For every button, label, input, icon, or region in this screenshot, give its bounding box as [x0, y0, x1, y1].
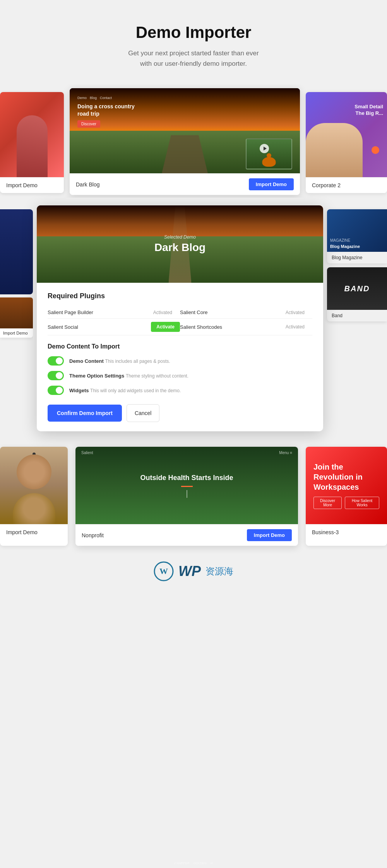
plugin-status-2: Activated — [286, 310, 305, 315]
activate-btn[interactable]: Activate — [151, 322, 180, 332]
discover-btn[interactable]: Discover More — [313, 497, 342, 509]
wp-brand-text: WP — [178, 563, 201, 579]
band-footer: Band — [327, 310, 387, 321]
toggle-label-3: Widgets This will only add widgets used … — [69, 388, 181, 393]
plugin-name-3: Salient Social — [48, 324, 151, 330]
monkey-face — [17, 455, 51, 489]
demo-dark-blog-card: Demo Blog Contact Doing a cross countryr… — [70, 88, 300, 195]
demo-row-1: Import Demo Demo — [0, 84, 387, 198]
dark-blog-label: Dark Blog — [76, 181, 99, 188]
blog-mag-card: MAGAZINE Blog Magazine Blog Magazine — [327, 209, 387, 263]
blog-read-btn[interactable]: Discover — [77, 120, 100, 128]
plugin-name-4: Salient Shortcodes — [180, 324, 286, 330]
toggle-row-2: Theme Option Settings Theme styling with… — [48, 371, 312, 380]
plugin-status-1: Activated — [153, 310, 172, 315]
blog-mag-label-text: Blog Magazine — [330, 244, 384, 249]
demo-label: Import Demo — [6, 182, 38, 188]
business-footer: Business-3 — [306, 524, 387, 540]
modal-card: Selected Demo Dark Blog Required Plugins… — [37, 205, 323, 431]
monkey-body — [13, 493, 55, 524]
plugin-row-4: Salient Shortcodes Activated — [180, 319, 312, 335]
business-label: Business-3 — [312, 529, 339, 535]
modal-section: Import Demo Selected Demo Dark Blog Requ… — [0, 198, 387, 439]
nonprofit-underline — [181, 486, 193, 487]
dark-blog-import-btn[interactable]: Import Demo — [249, 178, 294, 190]
demo-card-red: Import Demo — [0, 92, 64, 193]
footer-watermark: W WP 资源海 — [0, 554, 387, 589]
play-triangle — [264, 147, 267, 150]
blog-title-text: Doing a cross countryroad trip — [77, 103, 135, 117]
band-label: Band — [332, 313, 342, 318]
corporate-preview: Small DetailThe Big R... — [306, 92, 387, 177]
plugin-status-4: Activated — [286, 324, 305, 330]
watermark-cn-text: 资源海 — [205, 565, 233, 578]
toggle-row-1: Demo Content This includes all pages & p… — [48, 356, 312, 366]
dark-blog-preview: Demo Blog Contact Doing a cross countryr… — [70, 88, 300, 173]
blog-nav: Demo Blog Contact — [77, 96, 135, 100]
cancel-btn[interactable]: Cancel — [127, 404, 160, 422]
business-preview: Join the Revolution in Workspaces Discov… — [306, 447, 387, 524]
wp-logo-icon: W — [154, 561, 174, 581]
corporate-label: Corporate 2 — [312, 182, 341, 188]
toggle-theme-options[interactable] — [48, 371, 64, 380]
svg-text:W: W — [159, 566, 168, 576]
partial-label: Import Demo — [0, 328, 33, 338]
content-section-title: Demo Content To Import — [48, 343, 312, 350]
modal-selected-title: Dark Blog — [154, 241, 205, 254]
monkey-import-label: Import Demo — [6, 529, 38, 535]
plugins-grid: Salient Page Builder Activated Salient C… — [48, 306, 312, 335]
demo-card-right: Small DetailThe Big R... Corporate 2 — [306, 84, 387, 198]
partial-blue-card — [0, 209, 33, 294]
plugin-name-1: Salient Page Builder — [48, 309, 153, 315]
band-card: BAND Band — [327, 267, 387, 321]
dark-blog-footer: Dark Blog Import Demo — [70, 173, 300, 195]
partial-preview — [0, 297, 33, 328]
demo-row-3: Import Demo Salient Menu ≡ Outside Healt… — [0, 439, 387, 554]
corp-arch — [306, 123, 363, 177]
toggle-demo-content[interactable] — [48, 356, 64, 366]
blog-mag-preview: MAGAZINE Blog Magazine — [327, 209, 387, 252]
nonprofit-card: Salient Menu ≡ Outside Health Starts Ins… — [75, 447, 298, 546]
modal-actions: Confirm Demo Import Cancel — [48, 404, 312, 422]
blog-mag-footer: Blog Magazine — [327, 252, 387, 263]
modal-center: Selected Demo Dark Blog Required Plugins… — [33, 205, 327, 431]
confirm-import-btn[interactable]: Confirm Demo Import — [48, 405, 122, 422]
plugin-row-3: Salient Social Activate — [48, 319, 180, 335]
modal-left-partial: Import Demo — [0, 205, 33, 431]
fox-inset — [246, 138, 292, 169]
business-btns: Discover More How Salient Works — [313, 497, 379, 509]
required-plugins-title: Required Plugins — [48, 292, 312, 300]
business-card: Join the Revolution in Workspaces Discov… — [306, 447, 387, 546]
demo-preview-red — [0, 92, 64, 177]
cursor-line — [187, 490, 187, 498]
blog-mag-tag: MAGAZINE — [330, 238, 384, 243]
nonprofit-import-btn[interactable]: Import Demo — [247, 529, 292, 541]
toggle-label-2: Theme Option Settings Theme styling with… — [69, 373, 188, 379]
fox-shape — [262, 157, 276, 167]
toggle-widgets[interactable] — [48, 386, 64, 395]
nonprofit-logo-text: Salient — [81, 451, 93, 455]
nonprofit-label: Nonprofit — [82, 532, 104, 538]
band-preview: BAND — [327, 267, 387, 310]
toggle-label-1: Demo Content This includes all pages & p… — [69, 358, 170, 364]
page-subtitle: Get your next project started faster tha… — [8, 48, 379, 69]
modal-selected-label: Selected Demo — [164, 234, 196, 240]
page-title: Demo Importer — [8, 23, 379, 42]
demo-card-left: Import Demo — [0, 84, 64, 198]
nonprofit-preview: Salient Menu ≡ Outside Health Starts Ins… — [75, 447, 298, 524]
plugin-row-1: Salient Page Builder Activated — [48, 306, 180, 319]
monkey-card: Import Demo — [0, 447, 68, 546]
modal-hero: Selected Demo Dark Blog — [37, 205, 323, 283]
nonprofit-footer: Nonprofit Import Demo — [75, 524, 298, 546]
business-title: Join the Revolution in Workspaces — [313, 462, 379, 492]
page-header: Demo Importer Get your next project star… — [0, 0, 387, 84]
demo-card-center: Demo Blog Contact Doing a cross countryr… — [70, 84, 300, 198]
nonprofit-menu: Menu ≡ — [279, 451, 292, 455]
demo-card-footer: Import Demo — [0, 177, 64, 193]
red-figure — [17, 115, 48, 177]
toggle-row-3: Widgets This will only add widgets used … — [48, 386, 312, 395]
monkey-footer: Import Demo — [0, 524, 68, 540]
how-salient-btn[interactable]: How Salient Works — [345, 497, 379, 509]
monkey-preview — [0, 447, 68, 524]
fox-head — [267, 153, 271, 158]
